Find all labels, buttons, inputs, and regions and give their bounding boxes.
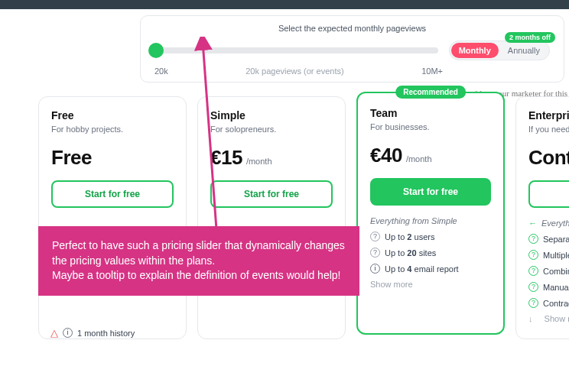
help-icon[interactable]: ? (528, 298, 538, 308)
plan-name: Team (370, 107, 491, 119)
slider-title: Select the expected monthly pageviews (154, 24, 550, 33)
help-icon[interactable]: ? (528, 266, 538, 276)
plan-for: If you need a (528, 125, 569, 134)
plan-card-free: Free For hobby projects. Free Start for … (38, 96, 187, 339)
free-plan-history: △ i 1 month history (38, 327, 187, 339)
plan-name: Simple (210, 109, 333, 121)
feature-row: ←Everyth (528, 219, 569, 228)
slider-min-label: 20k (154, 66, 168, 76)
plan-name: Free (51, 109, 174, 121)
plan-features: Everything from Simple ?Up to 2 users ?U… (370, 216, 491, 289)
show-more-link[interactable]: ↓ Show m (528, 314, 569, 323)
chevron-down-icon: ↓ (528, 314, 533, 323)
pageviews-slider-card: Select the expected monthly pageviews Mo… (140, 15, 564, 83)
help-icon[interactable]: ? (528, 282, 538, 292)
feature-row: ?Contrac (528, 298, 569, 308)
contact-button[interactable]: Cont (528, 180, 569, 208)
start-for-free-button[interactable]: Start for free (210, 180, 333, 208)
feature-row: ?Manual (528, 282, 569, 292)
info-icon[interactable]: i (63, 328, 73, 338)
billing-annually[interactable]: Annually (500, 43, 548, 58)
help-icon[interactable]: ? (528, 234, 538, 244)
slider-meta: 20k 20k pageviews (or events) 10M+ (154, 66, 550, 76)
billing-toggle: Monthly Annually 2 months off (449, 40, 550, 60)
help-icon[interactable]: ? (370, 248, 380, 258)
feature-row: ?Combin (528, 266, 569, 276)
features-header: Everything from Simple (370, 216, 491, 225)
info-icon[interactable]: i (370, 264, 380, 274)
plan-card-enterprise: Enterprise If you need a Conta Cont ←Eve… (515, 96, 569, 339)
help-icon[interactable]: ? (370, 232, 380, 241)
slider-mid-label: 20k pageviews (or events) (245, 66, 343, 76)
pricing-cards-row: Free For hobby projects. Free Start for … (38, 96, 569, 339)
feature-row: ?Multiple (528, 250, 569, 260)
feedback-annotation: Perfect to have such a pricing slider th… (38, 226, 359, 296)
start-for-free-button[interactable]: Start for free (51, 180, 174, 208)
pageviews-slider[interactable] (154, 47, 438, 53)
plan-for: For solopreneurs. (210, 125, 333, 134)
plan-price: Free (51, 146, 92, 170)
help-icon[interactable]: ? (528, 250, 538, 260)
plan-price: €15 (210, 146, 242, 170)
per-month-label: /month (406, 154, 432, 164)
plan-card-simple: Simple For solopreneurs. €15 /month Star… (197, 96, 346, 339)
plan-features: ←Everyth ?Separat ?Multiple ?Combin ?Man… (528, 219, 569, 323)
show-more-link[interactable]: Show more (370, 280, 491, 289)
annotation-text-2: Maybe a tooltip to explain the definitio… (52, 268, 346, 283)
plan-for: For businesses. (370, 122, 491, 131)
top-bar (0, 0, 569, 9)
slider-max-label: 10M+ (421, 66, 443, 76)
plan-for: For hobby projects. (51, 125, 174, 134)
billing-monthly[interactable]: Monthly (451, 43, 499, 58)
plan-card-team: Recommended Team For businesses. €40 /mo… (356, 92, 505, 335)
annotation-text-1: Perfect to have such a pricing slider th… (52, 238, 346, 268)
arrow-left-icon: ← (528, 219, 537, 228)
feature-row: ?Up to 2 users (370, 232, 491, 241)
warning-icon: △ (50, 327, 58, 339)
recommended-badge: Recommended (395, 86, 466, 99)
months-off-badge: 2 months off (505, 32, 555, 43)
feature-row: ?Separat (528, 234, 569, 244)
start-for-free-button[interactable]: Start for free (370, 178, 491, 206)
per-month-label: /month (246, 157, 272, 166)
feature-row: iUp to 4 email report (370, 264, 491, 274)
feature-row: ?Up to 20 sites (370, 248, 491, 258)
history-label: 1 month history (77, 329, 135, 338)
plan-name: Enterprise (528, 109, 569, 121)
plan-price: €40 (370, 144, 402, 167)
plan-price: Conta (528, 146, 569, 170)
slider-thumb[interactable] (148, 43, 164, 58)
